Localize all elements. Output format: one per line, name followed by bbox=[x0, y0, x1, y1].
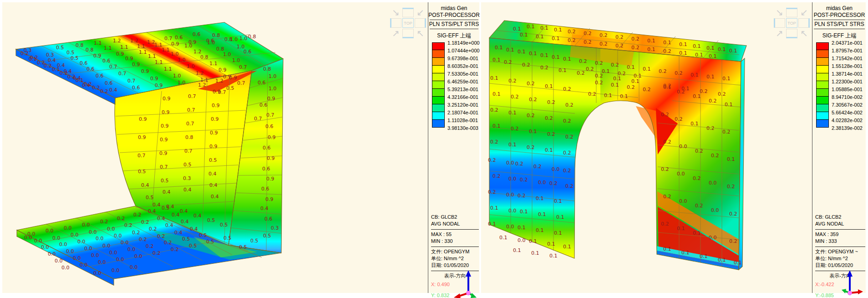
rotate-up-right-icon[interactable]: ↗ bbox=[774, 29, 785, 38]
svg-text:0.1: 0.1 bbox=[647, 46, 655, 52]
rotate-right-button[interactable] bbox=[415, 18, 426, 28]
rotate-up-button[interactable] bbox=[786, 8, 797, 17]
svg-text:0.1: 0.1 bbox=[554, 27, 562, 33]
svg-text:0.1: 0.1 bbox=[718, 257, 726, 263]
svg-text:0.5: 0.5 bbox=[263, 233, 271, 239]
rotate-left-button[interactable] bbox=[774, 18, 785, 28]
svg-text:0.6: 0.6 bbox=[132, 85, 140, 91]
view-top-button[interactable]: TOP bbox=[786, 18, 797, 28]
scale-color-block bbox=[816, 104, 829, 112]
svg-text:0.4: 0.4 bbox=[208, 171, 217, 177]
svg-text:0.0: 0.0 bbox=[52, 235, 61, 241]
svg-text:0.4: 0.4 bbox=[174, 230, 183, 236]
svg-text:0.4: 0.4 bbox=[183, 187, 192, 193]
view-rotate-pad: ↘ ↙ TOP ↗ ↖ bbox=[390, 8, 426, 38]
svg-text:0.0: 0.0 bbox=[59, 241, 67, 247]
app-title: midas Gen bbox=[812, 5, 866, 12]
svg-text:1.1: 1.1 bbox=[139, 49, 147, 55]
svg-text:0.2: 0.2 bbox=[549, 180, 558, 186]
svg-text:0.2: 0.2 bbox=[533, 164, 542, 170]
legend-panel: midas Gen POST-PROCESSOR PLN STS/PLT STR… bbox=[428, 2, 480, 293]
svg-text:0.2: 0.2 bbox=[171, 247, 179, 252]
scale-tick-label: 3.98130e-003 bbox=[447, 125, 478, 131]
unit-label: 单位: N/mm ^2 bbox=[815, 255, 865, 262]
svg-text:0.5: 0.5 bbox=[56, 45, 64, 51]
view-top-button[interactable]: TOP bbox=[402, 18, 414, 28]
scale-tick-label: 1.18149e+000 bbox=[447, 40, 480, 46]
svg-text:1.2: 1.2 bbox=[196, 70, 204, 76]
scale-tick-label: 9.67398e-001 bbox=[447, 56, 478, 61]
rotate-down-button[interactable] bbox=[786, 29, 797, 38]
svg-text:0.0: 0.0 bbox=[96, 236, 104, 241]
svg-text:0.2: 0.2 bbox=[599, 32, 608, 38]
svg-text:0.1: 0.1 bbox=[536, 195, 544, 201]
svg-text:0.2: 0.2 bbox=[706, 125, 715, 131]
scale-color-block bbox=[432, 58, 445, 66]
svg-text:0.2: 0.2 bbox=[661, 166, 669, 172]
svg-text:0.1: 0.1 bbox=[679, 50, 687, 56]
rotate-down-left-icon[interactable]: ↙ bbox=[798, 8, 810, 17]
rotate-up-button[interactable] bbox=[402, 8, 414, 17]
rotate-up-left-icon[interactable]: ↖ bbox=[415, 29, 426, 38]
svg-text:0.4: 0.4 bbox=[162, 189, 171, 195]
svg-text:0.9: 0.9 bbox=[141, 68, 149, 74]
svg-text:0.2: 0.2 bbox=[709, 98, 717, 104]
svg-text:0.1: 0.1 bbox=[663, 246, 671, 252]
svg-text:0.7: 0.7 bbox=[109, 64, 117, 70]
svg-text:0.0: 0.0 bbox=[709, 180, 717, 186]
svg-text:0.9: 0.9 bbox=[211, 116, 219, 122]
svg-text:0.2: 0.2 bbox=[563, 168, 571, 174]
scale-tick-label: 1.07444e+000 bbox=[447, 48, 480, 53]
svg-text:0.4: 0.4 bbox=[152, 202, 161, 208]
svg-text:0.4: 0.4 bbox=[181, 219, 189, 225]
svg-text:0.0: 0.0 bbox=[55, 258, 63, 264]
divider bbox=[815, 229, 865, 230]
rotate-left-button[interactable] bbox=[390, 18, 401, 28]
svg-text:0.0: 0.0 bbox=[114, 233, 122, 239]
svg-text:0.2: 0.2 bbox=[529, 97, 537, 103]
svg-text:0.4: 0.4 bbox=[73, 75, 81, 81]
fea-contour-view-left[interactable]: 0.30.50.81.11.21.21.20.70.60.60.80.20.30… bbox=[2, 2, 479, 293]
svg-text:0.5: 0.5 bbox=[183, 162, 192, 168]
viewport-window-right: 0.10.10.10.10.20.20.20.20.20.10.10.10.10… bbox=[481, 2, 866, 293]
svg-text:0.0: 0.0 bbox=[73, 255, 81, 261]
result-type: PLN STS/PLT STRS bbox=[812, 21, 866, 28]
svg-text:0.6: 0.6 bbox=[102, 58, 111, 64]
svg-text:0.9: 0.9 bbox=[160, 137, 168, 143]
scale-color-block bbox=[432, 120, 445, 128]
svg-text:1.0: 1.0 bbox=[184, 43, 193, 49]
scale-tick-label: 5.39213e-001 bbox=[447, 87, 478, 92]
app-subtitle: POST-PROCESSOR bbox=[428, 12, 480, 19]
contour-color-scale bbox=[816, 42, 829, 128]
rotate-down-left-icon[interactable]: ↙ bbox=[415, 8, 426, 17]
svg-text:0.7: 0.7 bbox=[186, 121, 194, 127]
svg-text:0.1: 0.1 bbox=[552, 54, 560, 60]
svg-text:0.2: 0.2 bbox=[527, 144, 535, 150]
scale-color-block bbox=[816, 42, 829, 50]
fea-contour-view-right[interactable]: 0.10.10.10.10.20.20.20.20.20.10.10.10.10… bbox=[481, 2, 866, 293]
rotate-up-left-icon[interactable]: ↖ bbox=[798, 29, 810, 38]
svg-text:0.7: 0.7 bbox=[237, 80, 245, 86]
svg-text:0.0: 0.0 bbox=[508, 176, 517, 182]
rotate-down-right-icon[interactable]: ↘ bbox=[390, 8, 401, 17]
rotate-down-right-icon[interactable]: ↘ bbox=[774, 8, 785, 17]
rotate-up-right-icon[interactable]: ↗ bbox=[390, 29, 401, 38]
scale-tick-label: 1.38714e-001 bbox=[832, 71, 863, 77]
svg-text:0.0: 0.0 bbox=[711, 207, 719, 213]
scale-color-block bbox=[432, 66, 445, 73]
svg-text:0.5: 0.5 bbox=[250, 238, 259, 244]
svg-text:0.9: 0.9 bbox=[116, 51, 124, 57]
scale-tick-label: 5.66424e-002 bbox=[832, 110, 863, 115]
svg-text:0.1: 0.1 bbox=[611, 82, 619, 88]
svg-text:0.1: 0.1 bbox=[536, 34, 544, 40]
svg-text:0.4: 0.4 bbox=[209, 182, 218, 188]
svg-text:0.9: 0.9 bbox=[162, 109, 170, 115]
svg-text:1.2: 1.2 bbox=[215, 78, 223, 84]
rotate-down-button[interactable] bbox=[402, 29, 414, 38]
rotate-right-button[interactable] bbox=[798, 18, 810, 28]
svg-text:0.2: 0.2 bbox=[588, 91, 596, 97]
svg-text:0.9: 0.9 bbox=[93, 53, 102, 59]
svg-text:0.8: 0.8 bbox=[76, 42, 84, 48]
svg-text:0.1: 0.1 bbox=[529, 128, 537, 134]
svg-text:0.8: 0.8 bbox=[200, 54, 208, 60]
